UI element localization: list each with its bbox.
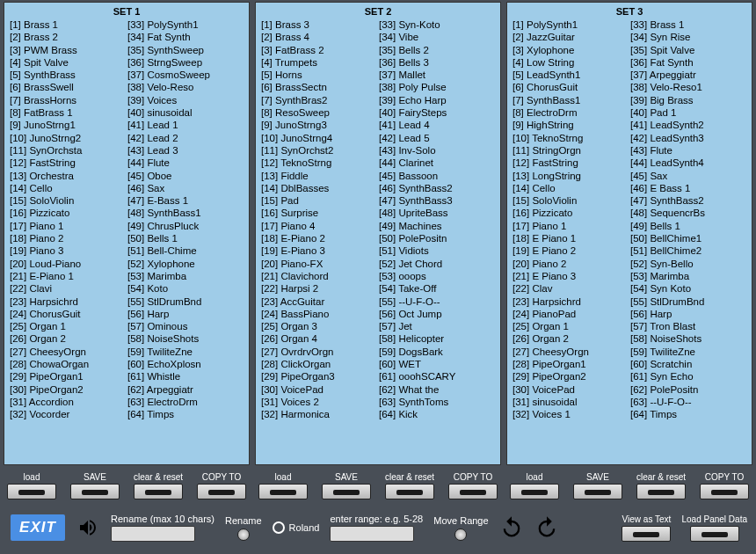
list-item[interactable]: [20] Piano-FX (261, 258, 377, 270)
list-item[interactable]: [57] Tron Blast (630, 320, 746, 332)
list-item[interactable]: [63] SynthToms (379, 396, 495, 408)
list-item[interactable]: [1] PolySynth1 (512, 18, 629, 31)
list-item[interactable]: [3] PWM Brass (10, 44, 126, 56)
list-item[interactable]: [13] Orchestra (10, 170, 126, 182)
copy-button[interactable] (700, 484, 749, 499)
list-item[interactable]: [7] SynthBras2 (261, 94, 377, 106)
list-item[interactable]: [40] sinusoidal (127, 106, 244, 119)
list-item[interactable]: [44] Flute (127, 157, 244, 169)
list-item[interactable]: [31] Accordion (10, 396, 126, 408)
list-item[interactable]: [40] FairySteps (379, 106, 495, 119)
list-item[interactable]: [51] BellChime2 (630, 244, 746, 257)
list-item[interactable]: [22] Harpsi 2 (261, 282, 377, 295)
list-item[interactable]: [4] Low String (512, 56, 629, 69)
list-item[interactable]: [63] --U-F-O-- (630, 396, 746, 408)
list-item[interactable]: [50] PolePositn (379, 232, 495, 244)
list-item[interactable]: [43] Lead 3 (127, 144, 244, 157)
list-item[interactable]: [7] SynthBass1 (512, 94, 629, 106)
list-item[interactable]: [58] NoiseShots (630, 332, 746, 345)
list-item[interactable]: [16] Pizzicato (512, 207, 629, 219)
list-item[interactable]: [5] SynthBrass (10, 69, 126, 81)
list-item[interactable]: [49] Machines (379, 220, 495, 232)
list-item[interactable]: [20] Loud-Piano (10, 258, 126, 270)
list-item[interactable]: [2] Brass 4 (261, 31, 377, 43)
list-item[interactable]: [36] StrngSweep (127, 56, 244, 69)
list-item[interactable]: [64] Timps (127, 408, 244, 420)
clear-button[interactable] (385, 484, 434, 499)
list-item[interactable]: [9] JunoStrng1 (10, 119, 126, 131)
list-item[interactable]: [1] Brass 1 (10, 18, 126, 31)
list-item[interactable]: [36] Fat Synth (630, 56, 746, 69)
list-item[interactable]: [39] Voices (127, 94, 244, 106)
list-item[interactable]: [26] Organ 2 (512, 332, 629, 345)
list-item[interactable]: [18] Piano 2 (10, 232, 126, 244)
list-item[interactable]: [51] Bell-Chime (127, 244, 244, 257)
list-item[interactable]: [32] Harmonica (261, 408, 377, 420)
list-item[interactable]: [23] AccGuitar (261, 295, 377, 308)
list-item[interactable]: [58] NoiseShots (127, 332, 244, 345)
list-item[interactable]: [30] VoicePad (512, 383, 629, 396)
list-item[interactable]: [24] BassPiano (261, 308, 377, 320)
list-item[interactable]: [34] Vibe (379, 31, 495, 43)
list-item[interactable]: [37] CosmoSweep (127, 69, 244, 81)
list-item[interactable]: [12] FastString (512, 157, 629, 169)
list-item[interactable]: [48] UpriteBass (379, 207, 495, 219)
range-input[interactable] (330, 526, 414, 542)
list-item[interactable]: [34] Fat Synth (127, 31, 244, 43)
list-item[interactable]: [39] Echo Harp (379, 94, 495, 106)
list-item[interactable]: [37] Arpeggiatr (630, 69, 746, 81)
list-item[interactable]: [24] PianoPad (512, 308, 629, 320)
list-item[interactable]: [38] Velo-Reso (127, 81, 244, 93)
clear-button[interactable] (134, 484, 183, 499)
list-item[interactable]: [64] Kick (379, 408, 495, 420)
list-item[interactable]: [56] Harp (127, 308, 244, 320)
list-item[interactable]: [61] Whistle (127, 370, 244, 383)
list-item[interactable]: [56] Harp (630, 308, 746, 320)
list-item[interactable]: [61] ooohSCARY (379, 370, 495, 383)
list-item[interactable]: [2] JazzGuitar (512, 31, 629, 43)
list-item[interactable]: [19] E Piano 2 (512, 244, 629, 257)
list-item[interactable]: [51] Vidiots (379, 244, 495, 257)
list-item[interactable]: [25] Organ 1 (10, 320, 126, 332)
list-item[interactable]: [55] --U-F-O-- (379, 295, 495, 308)
list-item[interactable]: [3] FatBrass 2 (261, 44, 377, 56)
save-button[interactable] (322, 484, 371, 499)
list-item[interactable]: [32] Vocorder (10, 408, 126, 420)
list-item[interactable]: [57] Ominous (127, 320, 244, 332)
list-item[interactable]: [1] Brass 3 (261, 18, 377, 31)
list-item[interactable]: [11] SynOrchsta (10, 144, 126, 157)
list-item[interactable]: [25] Organ 3 (261, 320, 377, 332)
list-item[interactable]: [38] Poly Pulse (379, 81, 495, 93)
list-item[interactable]: [33] Brass 1 (630, 18, 746, 31)
list-item[interactable]: [4] Trumpets (261, 56, 377, 69)
list-item[interactable]: [53] Marimba (127, 270, 244, 282)
speaker-icon[interactable] (76, 517, 100, 538)
list-item[interactable]: [13] Fiddle (261, 170, 377, 182)
list-item[interactable]: [15] Pad (261, 194, 377, 207)
roland-radio[interactable] (273, 521, 285, 534)
list-item[interactable]: [16] Pizzicato (10, 207, 126, 219)
list-item[interactable]: [40] Pad 1 (630, 106, 746, 119)
list-item[interactable]: [23] Harpsichrd (10, 295, 126, 308)
copy-button[interactable] (197, 484, 246, 499)
list-item[interactable]: [17] Piano 1 (10, 220, 126, 232)
list-item[interactable]: [19] Piano 3 (10, 244, 126, 257)
list-item[interactable]: [43] Flute (630, 144, 746, 157)
list-item[interactable]: [11] SynOrchst2 (261, 144, 377, 157)
list-item[interactable]: [43] Inv-Solo (379, 144, 495, 157)
list-item[interactable]: [58] Helicopter (379, 332, 495, 345)
list-item[interactable]: [41] Lead 1 (127, 119, 244, 131)
list-item[interactable]: [52] Xylophone (127, 258, 244, 270)
copy-button[interactable] (448, 484, 498, 499)
list-item[interactable]: [30] VoicePad (261, 383, 377, 396)
save-button[interactable] (70, 484, 120, 499)
redo-icon[interactable] (534, 515, 559, 540)
list-item[interactable]: [17] Piano 4 (261, 220, 377, 232)
list-item[interactable]: [41] LeadSynth2 (630, 119, 746, 131)
list-item[interactable]: [55] StlDrumBnd (630, 295, 746, 308)
list-item[interactable]: [46] Sax (127, 182, 244, 194)
undo-icon[interactable] (499, 515, 524, 540)
list-item[interactable]: [64] Timps (630, 408, 746, 420)
list-item[interactable]: [53] ooops (379, 270, 495, 282)
list-item[interactable]: [21] E-Piano 1 (10, 270, 126, 282)
